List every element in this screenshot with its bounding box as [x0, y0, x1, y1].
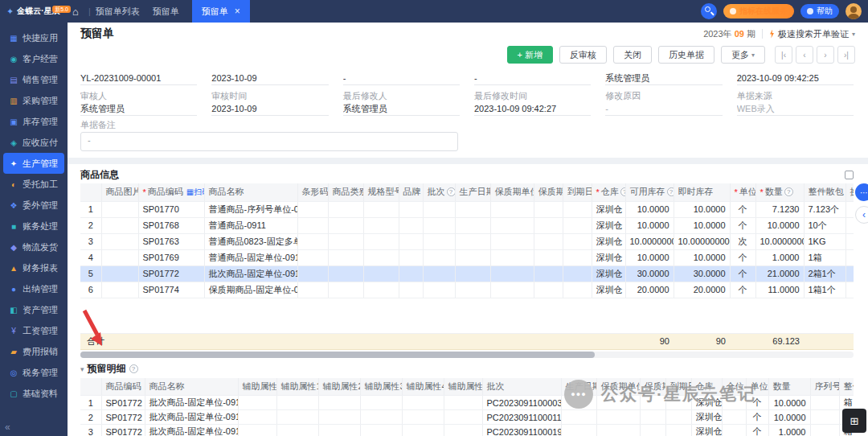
first-page-button[interactable]: |‹	[775, 46, 792, 64]
close-doc-button[interactable]: 关闭	[613, 46, 652, 64]
detail-section-header[interactable]: ▾ 预留明细 ?	[80, 363, 855, 376]
sidebar-item-customer[interactable]: ◉客户经营	[3, 48, 64, 69]
feedback-icon[interactable]: ⋯	[855, 183, 868, 201]
watermark-logo-icon: ●●●	[564, 380, 593, 409]
collapse-sidebar-icon[interactable]: «	[5, 422, 10, 433]
purchase-icon: ▥	[9, 97, 18, 105]
app-logo: ✦ 金蝶云·星辰 新5.0	[0, 6, 68, 17]
available-stock-link[interactable]: 10.0000	[625, 201, 674, 217]
next-page-button[interactable]: ›	[817, 46, 834, 64]
field-3[interactable]: -	[343, 71, 460, 85]
sidebar-item-arap[interactable]: ◈应收应付	[3, 132, 64, 153]
product-row[interactable]: 2SP01768普通商品-0911深圳仓10.000010.0000个10.00…	[80, 217, 854, 233]
sidebar-item-outsource[interactable]: ❖委外管理	[3, 195, 64, 216]
detail-row[interactable]: 2SP01772批次商品-固定单位-0911PC2023091100011深圳仓…	[80, 410, 854, 425]
product-row[interactable]: 4SP01769普通商品-固定单位-0911深圳仓10.000010.0000个…	[80, 249, 854, 265]
sidebar-item-accounting[interactable]: ■账务处理	[3, 216, 64, 237]
nav-item-reservation-list[interactable]: 预留单列表	[96, 6, 140, 18]
last-modified-time-field: 最后修改时间2023-10-09 09:42:27	[474, 90, 591, 116]
scrollbar-thumb[interactable]	[80, 352, 595, 358]
product-table-wrap: 商品图片*商品编码▦扫码商品名称条形码商品类别规格型号品牌批次?生产日期保质期单…	[80, 183, 854, 350]
accounting-period[interactable]: 2023年 09 期	[703, 28, 755, 40]
detail-section-title: 预留明细	[88, 362, 126, 376]
sidebar-item-sales[interactable]: ▤销售管理	[3, 69, 64, 90]
remark-input[interactable]: -	[80, 132, 458, 151]
sidebar-item-inventory[interactable]: ▣库存管理	[3, 111, 64, 132]
product-row[interactable]: 3SP01763普通商品0823-固定多单位深圳仓10.0000000...10…	[80, 233, 854, 249]
prev-page-button[interactable]: ‹	[796, 46, 813, 64]
detail-row[interactable]: 3SP01772批次商品-固定单位-0911PC2023091100019深圳仓…	[80, 425, 854, 436]
sidebar-item-basedata[interactable]: ▢基础资料	[3, 383, 64, 404]
horizontal-scrollbar[interactable]	[80, 352, 854, 358]
product-row[interactable]: 5SP01772批次商品-固定单位-0911深圳仓30.000030.0000个…	[80, 265, 854, 282]
cashier-icon: ●	[9, 285, 18, 294]
divider: |	[88, 6, 91, 16]
product-row[interactable]: 1SP01770普通商品-序列号单位-0911深圳仓10.000010.0000…	[80, 201, 854, 217]
payroll-icon: ¥	[9, 327, 18, 335]
panel-toggle-icon[interactable]: ‹	[855, 206, 868, 224]
watermark-text: 公众号·星辰云笔记	[601, 383, 756, 405]
sidebar-item-finreport[interactable]: ▲财务报表	[3, 257, 64, 278]
unaudit-button[interactable]: 反审核	[559, 46, 607, 64]
info-icon: ?	[667, 187, 674, 196]
available-stock-link[interactable]: 10.0000	[625, 249, 674, 265]
search-icon[interactable]	[701, 3, 717, 19]
product-table: 商品图片*商品编码▦扫码商品名称条形码商品类别规格型号品牌批次?生产日期保质期单…	[80, 183, 854, 350]
avatar[interactable]	[845, 3, 862, 19]
report-icon: ▲	[9, 264, 18, 273]
expand-icon[interactable]	[845, 171, 854, 179]
field-4[interactable]: -	[474, 71, 591, 85]
sidebar-item-logistics[interactable]: ◆物流发货	[3, 237, 64, 257]
customer-icon: ◉	[9, 55, 18, 64]
asset-icon: ◧	[9, 306, 18, 315]
sidebar-item-purchase[interactable]: ▥采购管理	[3, 90, 64, 111]
sidebar-item-expense[interactable]: ▰费用报销	[3, 341, 64, 362]
tax-icon: ◎	[9, 368, 18, 377]
sidebar-item-production[interactable]: ✦生产管理	[3, 153, 64, 174]
modify-reason-field: 修改原因-	[605, 90, 722, 116]
doc-number-field[interactable]: YL-20231009-00001	[80, 71, 197, 85]
help-button[interactable]: 帮助	[800, 4, 839, 19]
sidebar-item-cashier[interactable]: ●出纳管理	[3, 278, 64, 299]
sidebar-item-payroll[interactable]: ¥工资管理	[3, 320, 64, 341]
available-stock-link[interactable]: 10.0000	[625, 217, 674, 233]
remark-label: 单据备注	[80, 119, 854, 130]
sidebar-item-quick-apps[interactable]: ▦快捷应用	[3, 27, 64, 48]
sidebar-item-tax[interactable]: ◎税务管理	[3, 362, 64, 383]
receivable-icon: ◈	[9, 138, 18, 147]
info-icon: ?	[447, 187, 456, 196]
history-button[interactable]: 历史单据	[658, 46, 714, 64]
add-button[interactable]: + 新增	[507, 46, 553, 64]
scan-icon[interactable]: ▦扫码	[186, 187, 204, 198]
product-row[interactable]: 6SP01774保质期商品-固定单位-0911深圳仓20.000020.0000…	[80, 282, 854, 298]
close-icon[interactable]: ×	[235, 6, 240, 17]
corner-widget-icon[interactable]: ⊞	[842, 409, 866, 433]
consign-icon: ◐	[9, 180, 18, 189]
more-button[interactable]: 更多 ▾	[721, 46, 765, 64]
last-page-button[interactable]: ›|	[837, 46, 855, 64]
available-stock-link[interactable]: 20.0000	[625, 282, 674, 298]
version-badge: 新5.0	[52, 6, 71, 13]
tab-reservation-active[interactable]: 预留单 ×	[192, 0, 250, 23]
accounting-icon: ■	[9, 222, 18, 231]
chevron-down-icon[interactable]: ▾	[80, 365, 84, 373]
available-stock-link[interactable]: 30.0000	[625, 265, 674, 282]
quick-search-toggle[interactable]: 极速搜索开单验证 ▾	[769, 28, 855, 40]
sidebar: ▦快捷应用◉客户经营▤销售管理▥采购管理▣库存管理◈应收应付✦生产管理◐受托加工…	[0, 23, 68, 436]
bolt-icon	[769, 30, 775, 39]
production-icon: ✦	[9, 159, 18, 168]
sidebar-item-consign[interactable]: ◐受托加工	[3, 174, 64, 195]
toolbar: + 新增 反审核 关闭 历史单据 更多 ▾ |‹ ‹ › ›|	[80, 45, 855, 64]
nav-item-reservation[interactable]: 预留单	[153, 6, 179, 18]
sidebar-item-asset[interactable]: ◧资产管理	[3, 299, 64, 320]
available-stock-link[interactable]: 10.0000000...	[625, 233, 674, 249]
inventory-icon: ▣	[9, 117, 18, 126]
last-modifier-field: 最后修改人系统管理员	[343, 90, 460, 116]
doc-date-field[interactable]: 2023-10-09	[211, 71, 328, 85]
online-service-button[interactable]: 指标在线服务	[723, 4, 794, 19]
basedata-icon: ▢	[9, 389, 18, 398]
info-icon: ?	[129, 364, 138, 373]
headset-icon	[730, 8, 736, 14]
topbar-right: 指标在线服务 帮助	[701, 3, 868, 19]
page-title: 预留单	[80, 27, 114, 41]
